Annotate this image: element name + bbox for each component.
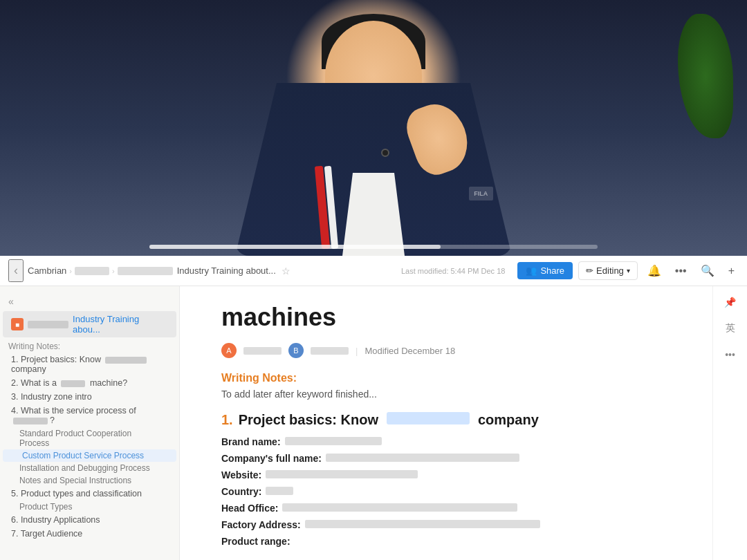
author-avatar-2: B — [288, 343, 304, 358]
plant-decoration — [678, 14, 733, 138]
pin-button[interactable]: 📌 — [720, 292, 741, 312]
section1-num: 1. — [221, 412, 233, 428]
field-value-factory — [305, 520, 540, 528]
field-label-brand: Brand name: — [221, 436, 281, 447]
breadcrumb-sep1: › — [69, 267, 72, 275]
language-icon: 英 — [726, 322, 735, 335]
field-label-factory: Factory Address: — [221, 519, 301, 530]
edit-icon: ✏ — [586, 265, 593, 276]
star-icon[interactable]: ☆ — [282, 265, 290, 277]
breadcrumb-sep2: › — [112, 267, 115, 275]
sidebar-collapse-button[interactable]: « — [8, 296, 14, 307]
toolbar: ‹ Cambrian › › Industry Training about..… — [0, 256, 747, 286]
more-button[interactable]: ••• — [671, 262, 691, 280]
language-button[interactable]: 英 — [720, 318, 741, 339]
writing-notes-heading: Writing Notes: — [221, 372, 671, 384]
more-icon: ••• — [675, 265, 687, 277]
chevron-down-icon: ▾ — [627, 267, 630, 274]
page-meta: A B | Modified December 18 — [221, 343, 671, 358]
field-value-head-office — [282, 503, 517, 512]
field-product-range: Product range: — [221, 536, 671, 547]
panel-more-icon: ••• — [725, 349, 735, 360]
field-value-country — [266, 487, 293, 495]
main-area: « ■ Industry Training abou... Writing No… — [0, 286, 747, 560]
sidebar-toc-item-3[interactable]: 3. Industry zone intro — [0, 390, 179, 404]
expand-icon: + — [728, 265, 735, 277]
back-button[interactable]: ‹ — [8, 259, 24, 282]
right-panel: 📌 英 ••• — [712, 286, 747, 560]
panel-more-button[interactable]: ••• — [720, 344, 741, 365]
search-icon: 🔍 — [701, 265, 714, 277]
toc1-redacted — [105, 357, 147, 364]
field-value-brand — [285, 437, 382, 445]
field-label-website: Website: — [221, 469, 261, 480]
sidebar-active-label[interactable]: Industry Training abou... — [73, 314, 168, 335]
share-label: Share — [540, 265, 564, 276]
field-factory-address: Factory Address: — [221, 519, 671, 530]
field-label-product-range: Product range: — [221, 536, 290, 547]
editing-button[interactable]: ✏ Editing ▾ — [578, 261, 638, 280]
sidebar-toc-item-1[interactable]: 1. Project basics: Know company — [0, 353, 179, 376]
sidebar-toc-item-4[interactable]: 4. What is the service process of ? — [0, 404, 179, 427]
sidebar: « ■ Industry Training abou... Writing No… — [0, 286, 180, 560]
writing-notes-section: Writing Notes: To add later after keywor… — [221, 372, 671, 400]
toc4-redacted — [13, 418, 48, 424]
breadcrumb-level2[interactable] — [75, 267, 109, 275]
sidebar-toc-sub-1[interactable]: Standard Product Cooperation Process — [0, 427, 179, 449]
video-progress-fill — [149, 245, 441, 249]
field-country: Country: — [221, 486, 671, 497]
sidebar-writing-notes-label: Writing Notes: — [0, 337, 179, 353]
field-company-full-name: Company's full name: — [221, 453, 671, 464]
sidebar-toc-item-2[interactable]: 2. What is a machine? — [0, 376, 179, 390]
bell-icon-button[interactable]: 🔔 — [643, 261, 665, 280]
field-brand-name: Brand name: — [221, 436, 671, 447]
sidebar-toc-sub-product-types[interactable]: Product Types — [0, 501, 179, 513]
author-name-2 — [311, 347, 349, 355]
field-head-office: Head Office: — [221, 503, 671, 514]
bell-icon: 🔔 — [647, 265, 661, 277]
fila-logo: FILA — [469, 187, 493, 200]
breadcrumb-level3[interactable] — [118, 267, 173, 275]
breadcrumb: Cambrian › › Industry Training about... … — [28, 265, 513, 277]
last-modified-text: Last modified: 5:44 PM Dec 18 — [393, 265, 513, 277]
video-section: FILA — [0, 0, 747, 256]
share-icon: 👥 — [526, 265, 537, 276]
author-avatar-1: A — [221, 343, 237, 358]
sidebar-header: « — [0, 292, 179, 311]
share-button[interactable]: 👥 Share — [517, 262, 573, 279]
section1-title-end: company — [478, 412, 539, 428]
video-progress-bar[interactable] — [149, 245, 598, 249]
field-website: Website: — [221, 469, 671, 480]
sidebar-toc-sub-4[interactable]: Notes and Special Instructions — [0, 474, 179, 487]
search-button[interactable]: 🔍 — [697, 261, 719, 280]
field-value-website — [266, 470, 418, 478]
field-label-head-office: Head Office: — [221, 503, 278, 514]
field-label-country: Country: — [221, 486, 261, 497]
toc2-redacted — [61, 380, 85, 387]
meta-separator: | — [356, 346, 358, 356]
field-value-company — [326, 454, 519, 462]
page-title: machines — [221, 303, 671, 332]
sidebar-toc-item-6[interactable]: 6. Industry Applications — [0, 513, 179, 527]
section1-title-start: Project basics: Know — [239, 412, 378, 428]
content-area: machines A B | Modified December 18 Writ… — [180, 286, 712, 560]
breadcrumb-root[interactable]: Cambrian — [28, 265, 66, 276]
modified-label: Modified December 18 — [365, 346, 455, 356]
sidebar-toc-item-7[interactable]: 7. Target Audience — [0, 527, 179, 541]
toolbar-actions: 👥 Share ✏ Editing ▾ 🔔 ••• 🔍 + — [517, 261, 739, 280]
section1-company-redacted — [387, 412, 470, 424]
sidebar-toc-sub-3[interactable]: Installation and Debugging Process — [0, 462, 179, 474]
writing-notes-text: To add later after keyword finished... — [221, 389, 671, 400]
sidebar-toc-sub-2[interactable]: Custom Product Service Process — [3, 449, 176, 462]
page-icon: ■ — [11, 318, 24, 330]
field-label-company: Company's full name: — [221, 453, 322, 464]
pin-icon: 📌 — [724, 297, 736, 308]
section1-heading: 1. Project basics: Know company — [221, 412, 671, 428]
sidebar-toc-item-5[interactable]: 5. Product types and classification — [0, 487, 179, 501]
breadcrumb-title[interactable]: Industry Training about... — [177, 265, 276, 276]
sidebar-active-page[interactable]: ■ Industry Training abou... — [3, 311, 176, 337]
author-name-1 — [243, 347, 282, 355]
expand-button[interactable]: + — [724, 262, 739, 280]
microphone — [381, 149, 389, 157]
page-title-redacted — [28, 321, 68, 328]
